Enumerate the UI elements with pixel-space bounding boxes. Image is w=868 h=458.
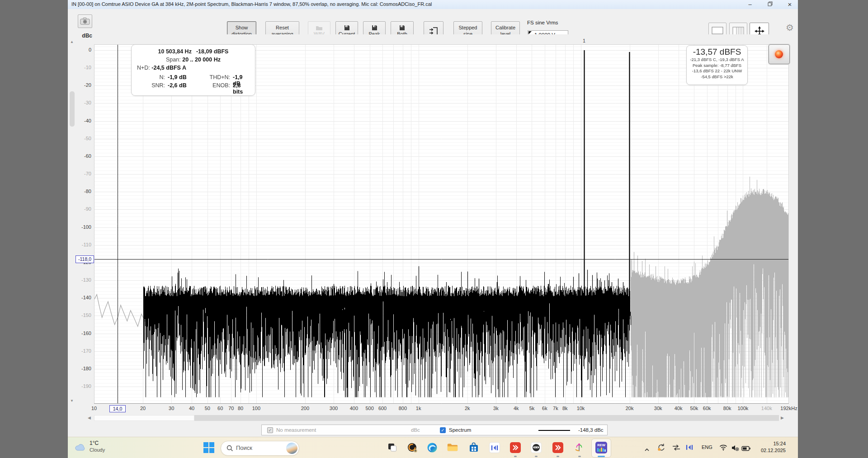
x-tick-label: 20k (626, 406, 634, 411)
record-button[interactable] (769, 44, 790, 64)
active-running-indicator (598, 456, 605, 457)
ninja-app-icon[interactable] (531, 442, 542, 453)
spectrum-checkbox[interactable]: ✓ (440, 427, 446, 433)
x-tick-label: 800 (399, 406, 407, 411)
save-icon (399, 25, 405, 31)
x-tick-label: 30k (654, 406, 662, 411)
spectrum-line-swatch (538, 430, 570, 431)
sync-tray-icon[interactable] (656, 443, 665, 453)
remote-desktop-icon-2[interactable] (552, 442, 563, 453)
running-indicator (535, 456, 538, 457)
file-explorer-icon[interactable] (447, 442, 458, 453)
spectrum-label: Spectrum (449, 427, 471, 433)
x-tick-label: 8k (562, 406, 568, 411)
microsoft-store-icon[interactable] (468, 442, 479, 453)
minimize-button[interactable]: – (742, 0, 758, 9)
signal-generator-icon[interactable] (574, 442, 585, 453)
spectrum-mini-tray-icon[interactable] (686, 444, 693, 453)
x-tick-label: 3k (493, 406, 499, 411)
x-tick-label: 600 (378, 406, 387, 411)
x-tick-label: 30 (169, 406, 174, 411)
toggles-tray-icon[interactable] (672, 444, 680, 453)
y-scroll-down-arrow[interactable]: ▼ (70, 399, 74, 403)
app-screen: IN [00-00] on Comtrue ASIO Device GA at … (68, 0, 798, 458)
spectrum-plot[interactable] (94, 44, 789, 404)
wifi-icon[interactable] (719, 444, 727, 453)
taskbar: 1°C Cloudy Поиск (68, 437, 798, 458)
legend-units-label: dBc (411, 427, 420, 433)
spectrum-app-icon[interactable] (489, 442, 500, 453)
volume-muted-icon[interactable] (731, 444, 739, 453)
language-indicator[interactable]: ENG (702, 444, 712, 450)
y-tick-label: -90 (68, 206, 91, 212)
x-tick-label: 6k (542, 406, 547, 411)
battery-icon[interactable] (741, 445, 751, 453)
title-bar: IN [00-00] on Comtrue ASIO Device GA at … (68, 0, 798, 9)
peak-level: -18,09 dBFS (196, 48, 229, 55)
cursor-level-readout[interactable]: -118,0 (75, 255, 94, 263)
search-box[interactable]: Поиск (221, 441, 299, 456)
clock[interactable]: 15:24 02.12.2025 (751, 440, 786, 454)
rew-app-icon[interactable]: REW (595, 442, 606, 453)
y-tick-label: -110 (68, 242, 91, 247)
weather-temperature[interactable]: 1°C (90, 440, 99, 446)
level-panel: -13,57 dBFS -21,3 dBFS C, -19,3 dBFS A P… (686, 45, 748, 85)
window-title: IN [00-00] on Comtrue ASIO Device GA at … (71, 1, 432, 7)
y-scrollbar-thumb[interactable] (70, 91, 75, 127)
settings-gear-icon[interactable]: ⚙ (786, 22, 794, 33)
remote-desktop-icon-1[interactable] (510, 442, 521, 453)
screen-recorder-icon[interactable] (407, 442, 418, 453)
no-measurement-checkbox[interactable]: ✓ (267, 427, 273, 433)
nd-readout: N+D: -24,5 dBFS A (137, 65, 186, 71)
oob-level: -54,5 dBFS >22k (687, 74, 747, 80)
x-tick-label: 60 (217, 406, 223, 411)
input-flag-icon (528, 31, 532, 34)
weather-condition[interactable]: Cloudy (90, 447, 105, 453)
x-tick-label: 100k (737, 406, 748, 411)
screenshot-button[interactable] (78, 14, 92, 28)
x-scroll-right-arrow[interactable]: ▶ (781, 416, 784, 420)
y-tick-label: -160 (68, 331, 91, 336)
svg-text:REW: REW (597, 443, 605, 447)
running-indicator (557, 456, 559, 457)
x-scrollbar-track[interactable] (94, 415, 779, 421)
clock-date: 02.12.2025 (751, 447, 786, 454)
peak-sample: Peak sample: -8,77 dBFS (687, 63, 747, 69)
tray-chevron-up-icon[interactable] (644, 445, 650, 453)
y-tick-label: -20 (68, 82, 91, 88)
y-scroll-up-arrow[interactable]: ▲ (70, 40, 74, 44)
running-indicator (578, 456, 581, 457)
weather-cloud-icon[interactable] (74, 443, 87, 453)
y-tick-label: -50 (68, 136, 91, 141)
search-daily-image[interactable] (286, 443, 297, 454)
x-tick-label: 5k (529, 406, 535, 411)
close-button[interactable]: × (782, 0, 797, 9)
x-scrollbar-thumb[interactable] (94, 415, 194, 421)
y-tick-label: -180 (68, 366, 91, 371)
running-indicator (514, 456, 517, 457)
cursor-peak-readout: 10 503,84 Hz-18,09 dBFS (132, 48, 255, 55)
y-tick-label: -170 (68, 348, 91, 354)
span-readout: Span: 20 .. 20 000 Hz (132, 57, 255, 63)
distortion-panel: 10 503,84 Hz-18,09 dBFS Span: 20 .. 20 0… (131, 44, 255, 96)
y-tick-label: 0 (68, 47, 91, 52)
y-tick-label: -70 (68, 171, 91, 176)
task-view-icon[interactable] (387, 442, 398, 453)
record-icon (775, 50, 783, 58)
x-tick-label: 10k (577, 406, 585, 411)
y-tick-label: -60 (68, 153, 91, 159)
y-tick-label: -10 (68, 65, 91, 70)
x-tick-label: 7k (553, 406, 558, 411)
x-tick-label: 50 (205, 406, 210, 411)
cursor-frequency-readout[interactable]: 14,0 (109, 405, 126, 412)
x-tick-label: 40k (675, 406, 683, 411)
start-button[interactable] (203, 442, 215, 453)
edge-browser-icon[interactable] (427, 442, 438, 453)
no-measurement-label: No measurement (276, 427, 316, 433)
x-tick-label: 60k (703, 406, 711, 411)
x-scroll-left-arrow[interactable]: ◀ (88, 416, 91, 420)
peak-frequency: 10 503,84 Hz (158, 48, 192, 55)
x-tick-label: 2k (465, 406, 470, 411)
y-tick-label: -140 (68, 295, 91, 300)
restore-button[interactable] (762, 0, 778, 9)
